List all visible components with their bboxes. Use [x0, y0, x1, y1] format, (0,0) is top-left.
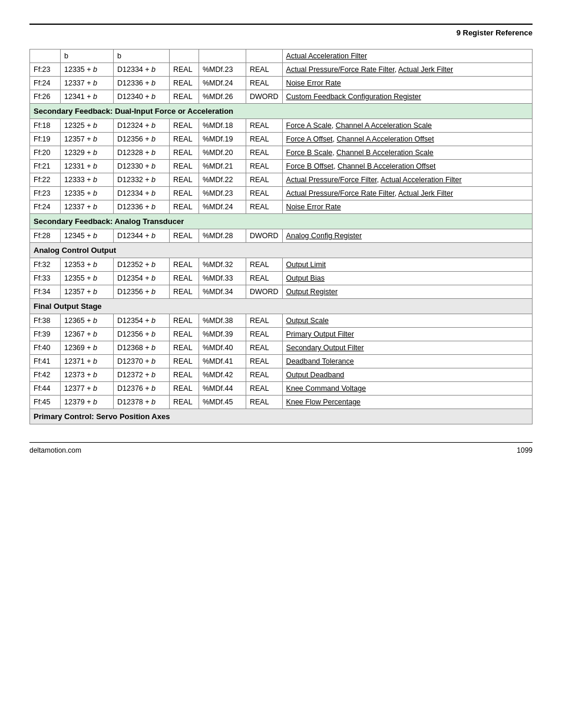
header-title: 9 Register Reference [457, 28, 533, 37]
cell-addr2: D12332 + b [114, 173, 170, 187]
cell-ff: Ff:18 [30, 119, 61, 133]
desc-link[interactable]: Channel A Acceleration Scale [336, 121, 432, 130]
cell-type1: REAL [170, 328, 199, 341]
desc-link[interactable]: Actual Pressure/Force Rate Filter [286, 189, 395, 197]
cell-type1: REAL [170, 258, 199, 272]
cell-ff: Ff:19 [30, 133, 61, 146]
desc-link[interactable]: Output Scale [286, 317, 329, 325]
cell-ff: Ff:41 [30, 355, 61, 368]
cell-type1: REAL [170, 146, 199, 160]
cell-addr1: 12357 + b [61, 285, 114, 299]
cell-addr2: D12356 + b [114, 133, 170, 146]
cell-type2: REAL [246, 146, 283, 160]
desc-link[interactable]: Noise Error Rate [286, 203, 341, 211]
table-row: Ff:1912357 + bD12356 + bREAL%MDf.19REALF… [30, 133, 533, 146]
table-row: Ff:2412337 + bD12336 + bREAL%MDf.24REALN… [30, 200, 533, 214]
cell-type1: REAL [170, 133, 199, 146]
desc-link[interactable]: Analog Config Register [286, 232, 362, 240]
cell-desc: Actual Acceleration Filter [282, 50, 532, 63]
cell-mdf [199, 50, 246, 63]
cell-addr1: 12345 + b [61, 229, 114, 243]
desc-link[interactable]: Channel B Acceleration Offset [338, 162, 436, 170]
cell-type2: REAL [246, 368, 283, 382]
cell-type2: REAL [246, 200, 283, 214]
cell-type2: REAL [246, 63, 283, 77]
cell-desc: Primary Output Filter [282, 328, 532, 341]
cell-mdf: %MDf.22 [199, 173, 246, 187]
desc-link[interactable]: Channel B Acceleration Scale [336, 149, 434, 157]
cell-type2: REAL [246, 272, 283, 285]
cell-type2: REAL [246, 341, 283, 355]
cell-addr2: b [114, 50, 170, 63]
cell-mdf: %MDf.40 [199, 341, 246, 355]
cell-addr1: 12335 + b [61, 187, 114, 200]
cell-addr1: 12357 + b [61, 133, 114, 146]
section-label: Analog Control Output [30, 243, 533, 258]
desc-link[interactable]: Force B Offset [286, 162, 333, 170]
cell-ff: Ff:23 [30, 63, 61, 77]
cell-addr1: 12335 + b [61, 63, 114, 77]
desc-link[interactable]: Force A Offset [286, 135, 333, 143]
desc-link[interactable]: Actual Jerk Filter [398, 65, 453, 74]
cell-mdf: %MDf.39 [199, 328, 246, 341]
section-label: Secondary Feedback: Dual-Input Force or … [30, 104, 533, 119]
desc-link[interactable]: Knee Command Voltage [286, 384, 366, 393]
cell-type1: REAL [170, 341, 199, 355]
cell-desc: Force A Scale, Channel A Acceleration Sc… [282, 119, 532, 133]
cell-addr2: D12340 + b [114, 90, 170, 104]
cell-ff: Ff:40 [30, 341, 61, 355]
cell-desc: Knee Flow Percentage [282, 396, 532, 409]
cell-addr1: 12365 + b [61, 314, 114, 328]
cell-addr1: 12379 + b [61, 396, 114, 409]
cell-mdf: %MDf.41 [199, 355, 246, 368]
cell-ff: Ff:20 [30, 146, 61, 160]
desc-link[interactable]: Output Limit [286, 261, 326, 269]
cell-mdf: %MDf.23 [199, 63, 246, 77]
cell-type1: REAL [170, 160, 199, 173]
table-row: Ff:2312335 + bD12334 + bREAL%MDf.23REALA… [30, 187, 533, 200]
cell-addr1: b [61, 50, 114, 63]
cell-desc: Knee Command Voltage [282, 382, 532, 396]
cell-ff: Ff:34 [30, 285, 61, 299]
desc-link[interactable]: Actual Jerk Filter [398, 189, 453, 197]
table-row: Ff:2612341 + bD12340 + bREAL%MDf.26DWORD… [30, 90, 533, 104]
desc-link[interactable]: Force B Scale [286, 149, 333, 157]
desc-link[interactable]: Primary Output Filter [286, 330, 354, 338]
cell-addr2: D12336 + b [114, 200, 170, 214]
desc-link[interactable]: Actual Acceleration Filter [286, 52, 368, 60]
cell-desc: Noise Error Rate [282, 200, 532, 214]
desc-link[interactable]: Noise Error Rate [286, 79, 341, 87]
desc-link[interactable]: Output Register [286, 288, 338, 296]
cell-type2: REAL [246, 258, 283, 272]
cell-type2: DWORD [246, 285, 283, 299]
desc-link[interactable]: Knee Flow Percentage [286, 398, 361, 406]
table-row: Ff:3812365 + bD12354 + bREAL%MDf.38REALO… [30, 314, 533, 328]
desc-link[interactable]: Actual Acceleration Filter [381, 176, 462, 184]
desc-link[interactable]: Force A Scale [286, 121, 332, 130]
cell-desc: Custom Feedback Configuration Register [282, 90, 532, 104]
cell-ff: Ff:24 [30, 200, 61, 214]
desc-link[interactable]: Deadband Tolerance [286, 357, 354, 365]
cell-ff [30, 50, 61, 63]
cell-mdf: %MDf.34 [199, 285, 246, 299]
cell-desc: Output Bias [282, 272, 532, 285]
desc-link[interactable]: Output Bias [286, 274, 325, 282]
desc-link[interactable]: Custom Feedback Configuration Register [286, 93, 421, 101]
cell-type2: DWORD [246, 229, 283, 243]
cell-ff: Ff:45 [30, 396, 61, 409]
cell-mdf: %MDf.26 [199, 90, 246, 104]
desc-link[interactable]: Actual Pressure/Force Filter [286, 176, 377, 184]
cell-desc: Actual Pressure/Force Rate Filter, Actua… [282, 63, 532, 77]
table-row: Ff:3212353 + bD12352 + bREAL%MDf.32REALO… [30, 258, 533, 272]
table-row: Ff:4012369 + bD12368 + bREAL%MDf.40REALS… [30, 341, 533, 355]
cell-type1: REAL [170, 382, 199, 396]
desc-link[interactable]: Output Deadband [286, 371, 345, 379]
section-label: Primary Control: Servo Position Axes [30, 409, 533, 424]
desc-link[interactable]: Channel A Acceleration Offset [337, 135, 434, 143]
desc-link[interactable]: Actual Pressure/Force Rate Filter [286, 65, 395, 74]
cell-type1: REAL [170, 63, 199, 77]
cell-addr1: 12355 + b [61, 272, 114, 285]
cell-mdf: %MDf.32 [199, 258, 246, 272]
desc-link[interactable]: Secondary Output Filter [286, 344, 364, 352]
page-footer: deltamotion.com 1099 [29, 442, 533, 454]
